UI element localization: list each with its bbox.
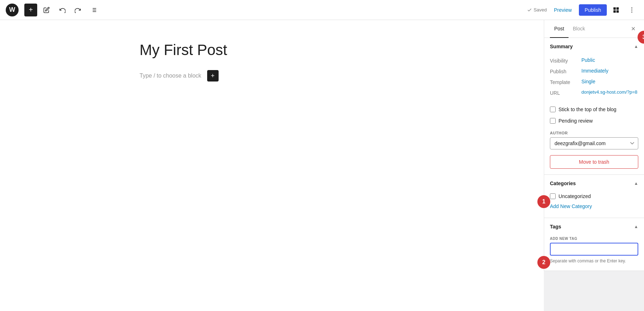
add-new-category-link[interactable]: Add New Category (550, 201, 638, 212)
url-row: URL donjetv4.sg-host.com/?p=8 (550, 87, 638, 98)
pending-review-checkbox[interactable] (550, 118, 556, 124)
sidebar: Post Block × Summary ▲ Visibility Public… (544, 20, 644, 271)
badge-1: 1 (537, 195, 550, 208)
options-button[interactable] (625, 4, 638, 16)
summary-section-header[interactable]: Summary ▲ (544, 38, 644, 55)
edit-tool-button[interactable] (40, 4, 53, 16)
toolbar: W + Saved Preview Publish (0, 0, 644, 20)
template-value[interactable]: Single (581, 79, 638, 84)
categories-section: Categories ▲ Uncategorized Add New Categ… (544, 175, 644, 218)
tags-input[interactable] (550, 243, 638, 256)
svg-rect-9 (616, 10, 619, 13)
inline-add-block-button[interactable]: + (207, 70, 219, 82)
summary-chevron-icon: ▲ (634, 44, 638, 49)
summary-section-body: Visibility Public Publish Immediately Te… (544, 55, 644, 104)
publish-button[interactable]: Publish (579, 4, 607, 16)
categories-section-body: Uncategorized Add New Category (544, 192, 644, 218)
svg-point-11 (631, 9, 633, 10)
saved-indicator: Saved (527, 7, 547, 13)
toolbar-right: Saved Preview Publish (527, 4, 638, 16)
post-title[interactable]: My First Post (140, 41, 404, 59)
undo-button[interactable] (56, 4, 69, 16)
editor-area: My First Post Type / to choose a block + (0, 20, 544, 311)
settings-button[interactable] (610, 4, 623, 16)
publish-row: Publish Immediately (550, 66, 638, 76)
add-new-tag-label: ADD NEW TAG (550, 235, 638, 243)
svg-rect-7 (616, 7, 619, 10)
sidebar-tabs: Post Block × (544, 20, 644, 38)
svg-rect-8 (614, 10, 616, 13)
editor-inner: My First Post Type / to choose a block + (140, 41, 404, 84)
add-block-button[interactable]: + (24, 4, 37, 16)
redo-button[interactable] (72, 4, 84, 16)
visibility-value[interactable]: Public (581, 57, 638, 63)
list-view-button[interactable] (87, 4, 100, 16)
badge-2: 2 (537, 256, 550, 269)
author-select[interactable]: deezgrafix@gmail.com (550, 137, 638, 149)
template-row: Template Single (550, 76, 638, 87)
toolbar-left: W + (6, 4, 524, 16)
svg-point-12 (631, 11, 633, 13)
svg-point-10 (631, 7, 633, 8)
tags-chevron-icon: ▲ (634, 224, 638, 229)
move-to-trash-button[interactable]: Move to trash (550, 155, 638, 169)
block-placeholder[interactable]: Type / to choose a block + (140, 67, 404, 84)
tags-section-header[interactable]: Tags ▲ (544, 218, 644, 235)
tags-section: Tags ▲ ADD NEW TAG Separate with commas … (544, 218, 644, 271)
sidebar-close-button[interactable]: × (628, 22, 638, 36)
categories-chevron-icon: ▲ (634, 181, 638, 186)
tab-block[interactable]: Block (569, 20, 589, 38)
tab-post[interactable]: Post (550, 20, 569, 38)
categories-section-header[interactable]: Categories ▲ (544, 175, 644, 192)
tags-hint: Separate with commas or the Enter key. (550, 256, 638, 265)
category-uncategorized[interactable]: Uncategorized (550, 192, 638, 201)
stick-to-top-checkbox[interactable] (550, 107, 556, 112)
url-value[interactable]: donjetv4.sg-host.com/?p=8 (581, 89, 637, 95)
main-layout: My First Post Type / to choose a block +… (0, 20, 644, 311)
summary-section: Summary ▲ Visibility Public Publish Imme… (544, 38, 644, 175)
category-uncategorized-checkbox[interactable] (550, 193, 556, 199)
wordpress-logo: W (6, 4, 19, 16)
visibility-row: Visibility Public (550, 55, 638, 66)
preview-button[interactable]: Preview (550, 5, 576, 15)
tags-section-body: ADD NEW TAG Separate with commas or the … (544, 235, 644, 271)
publish-value[interactable]: Immediately (581, 68, 638, 74)
svg-rect-6 (614, 7, 616, 10)
stick-to-top-checkbox-row[interactable]: Stick to the top of the blog (544, 104, 644, 115)
author-label: AUTHOR (544, 127, 644, 137)
pending-review-checkbox-row[interactable]: Pending review (544, 115, 644, 127)
sidebar-wrapper: 1 2 3 Post Block × Summary ▲ (544, 20, 644, 311)
